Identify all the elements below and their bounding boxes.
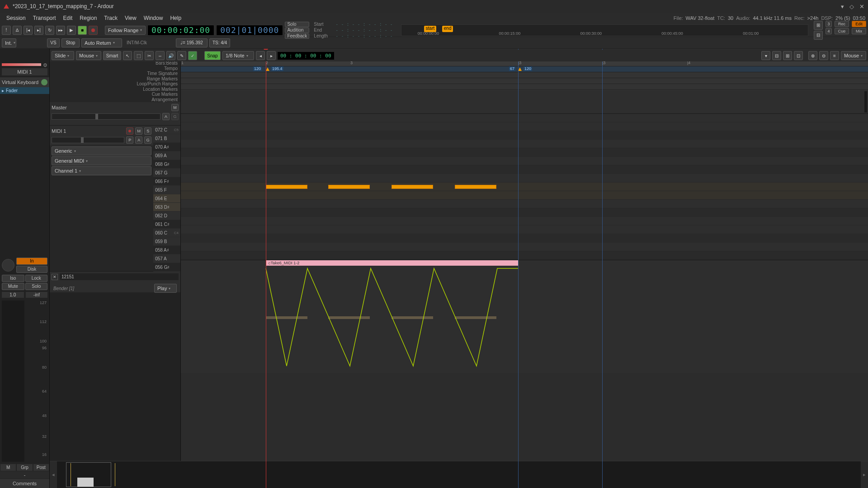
- snap-toggle-button[interactable]: Snap: [204, 51, 221, 60]
- layout-num-4[interactable]: 4: [826, 28, 832, 34]
- range-tool-button[interactable]: ⬚: [134, 51, 143, 60]
- menu-view[interactable]: View: [121, 14, 140, 22]
- fader-processor[interactable]: ▸Fader: [0, 87, 49, 94]
- primary-clock[interactable]: 00:00:02:00: [147, 25, 214, 36]
- iso-button[interactable]: Iso: [2, 275, 24, 282]
- zoom-selector-button[interactable]: ▾: [761, 51, 770, 60]
- smart-mode-button[interactable]: Smart: [103, 51, 121, 60]
- nudge-next-button[interactable]: ▸: [267, 51, 276, 60]
- timesig-display[interactable]: TS: 4/4: [209, 38, 230, 47]
- midi-note[interactable]: [328, 185, 370, 189]
- midi-track-header[interactable]: MIDI 1 M S P A G Generic General MIDI Ch…: [50, 126, 180, 272]
- mode-cue-button[interactable]: Cue: [835, 28, 849, 34]
- play-button[interactable]: ▶: [67, 26, 76, 35]
- key-label[interactable]: 063 D♯: [153, 203, 180, 211]
- ruler-label-loop[interactable]: Loop/Punch Ranges: [137, 81, 178, 86]
- summary-scroll-right[interactable]: ▸: [861, 461, 868, 488]
- master-fader[interactable]: [52, 113, 160, 120]
- strip-track-name[interactable]: MIDI 1: [2, 68, 47, 75]
- automation-mode-selector[interactable]: Play: [154, 284, 177, 293]
- key-label[interactable]: 058 A♯: [153, 246, 180, 254]
- track-color-bar[interactable]: [2, 63, 41, 66]
- tempo-marker-2[interactable]: 195.4: [271, 66, 283, 71]
- key-label[interactable]: 067 G: [153, 169, 180, 177]
- layout-2-button[interactable]: ⊟: [814, 31, 823, 40]
- nudge-prev-button[interactable]: ◂: [256, 51, 265, 60]
- track-height-button[interactable]: ≡: [830, 51, 839, 60]
- nudge-clock[interactable]: 00 : 00 : 00 : 00: [278, 52, 334, 60]
- note-row[interactable]: [181, 165, 868, 174]
- ruler-label-range[interactable]: Range Markers: [147, 76, 178, 81]
- midi-g-button[interactable]: G: [144, 136, 151, 144]
- ruler-label-location[interactable]: Location Markers: [143, 87, 178, 92]
- menu-session[interactable]: Session: [3, 14, 29, 22]
- midi-note[interactable]: [266, 185, 307, 189]
- tempo-flag-2-icon[interactable]: [518, 67, 522, 71]
- key-label[interactable]: 064 E: [153, 194, 180, 203]
- midi-note[interactable]: [392, 185, 433, 189]
- note-row[interactable]: [181, 217, 868, 225]
- note-row[interactable]: [181, 200, 868, 208]
- key-label[interactable]: 062 D: [153, 211, 180, 220]
- menu-help[interactable]: Help: [166, 14, 185, 22]
- editor-canvas[interactable]: 1 2 3 |3 |3 |4 120 195.4 67 120: [181, 49, 868, 488]
- midi-input-icon[interactable]: [41, 79, 47, 85]
- menu-transport[interactable]: Transport: [29, 14, 60, 22]
- tempo-marker-4[interactable]: 120: [524, 66, 532, 71]
- tempo-marker-1[interactable]: 120: [253, 66, 262, 71]
- note-row[interactable]: [181, 114, 868, 122]
- menu-edit[interactable]: Edit: [60, 14, 76, 22]
- automation-header[interactable]: ✕ 12151 Bender [1] Play: [50, 272, 180, 292]
- sync-int-selector[interactable]: Int.: [2, 38, 16, 47]
- note-row[interactable]: [181, 140, 868, 148]
- record-button[interactable]: [89, 26, 98, 35]
- fader-meter[interactable]: 127 112 100 96 80 64 48 32 16: [0, 299, 49, 464]
- strip-record-button[interactable]: [2, 259, 14, 272]
- menu-window[interactable]: Window: [140, 14, 167, 22]
- ruler-tempo[interactable]: 120 195.4 67 120: [181, 66, 868, 72]
- stretch-tool-button[interactable]: ↔: [156, 51, 165, 60]
- lock-button[interactable]: Lock: [25, 275, 48, 282]
- mode-mix-button[interactable]: Mix: [852, 28, 866, 34]
- edit-tool-button[interactable]: ✓: [188, 51, 197, 60]
- automation-close-button[interactable]: ✕: [52, 274, 58, 280]
- mini-timeline[interactable]: start end 00:00:00:00 00:00:15:00 00:00:…: [401, 24, 808, 36]
- menu-track[interactable]: Track: [100, 14, 121, 22]
- peak-value[interactable]: -inf: [26, 292, 48, 298]
- stop-button[interactable]: ■: [78, 26, 87, 35]
- key-label[interactable]: 072 CC5: [153, 126, 180, 134]
- summary-scroll-left[interactable]: ◂: [50, 461, 57, 488]
- comments-button[interactable]: Comments: [0, 479, 49, 488]
- audition-tool-button[interactable]: 🔊: [166, 51, 175, 60]
- master-track-lane[interactable]: [181, 90, 868, 114]
- region-header[interactable]: ♫Take6_MIDI 1-2: [266, 260, 518, 266]
- master-g-button[interactable]: G: [171, 113, 179, 120]
- note-row[interactable]: [181, 234, 868, 243]
- play-range-button[interactable]: ▸▸: [56, 26, 65, 35]
- processor-box[interactable]: [0, 94, 49, 256]
- strip-settings-icon[interactable]: ⚙: [43, 62, 47, 68]
- ruler-timesig[interactable]: [181, 72, 868, 78]
- monitor-disk-button[interactable]: Disk: [16, 266, 47, 273]
- window-minimize-icon[interactable]: ▾: [841, 3, 844, 10]
- midi-p-button[interactable]: P: [126, 136, 133, 144]
- key-label[interactable]: 059 B: [153, 237, 180, 246]
- note-row[interactable]: [181, 174, 868, 183]
- virtual-keyboard-row[interactable]: Virtual Keyboard: [0, 77, 49, 87]
- note-row[interactable]: [181, 148, 868, 157]
- zoom-in-button[interactable]: ⊞: [783, 51, 792, 60]
- note-row[interactable]: [181, 157, 868, 165]
- key-label[interactable]: 060 CC4: [153, 229, 180, 237]
- note-row[interactable]: [181, 243, 868, 251]
- ruler-label-cue[interactable]: Cue Markers: [152, 92, 178, 97]
- midi-rec-button[interactable]: [126, 127, 133, 135]
- metronome-button[interactable]: ∆: [13, 26, 22, 35]
- window-maximize-icon[interactable]: ◇: [849, 3, 854, 10]
- master-a-button[interactable]: A: [162, 113, 170, 120]
- object-tool-button[interactable]: ↖: [123, 51, 132, 60]
- master-name[interactable]: Master: [52, 105, 170, 110]
- menu-region[interactable]: Region: [76, 14, 100, 22]
- key-label[interactable]: 065 F: [153, 186, 180, 194]
- automation-value[interactable]: 12151: [60, 273, 179, 280]
- midi-solo-button[interactable]: S: [144, 127, 151, 135]
